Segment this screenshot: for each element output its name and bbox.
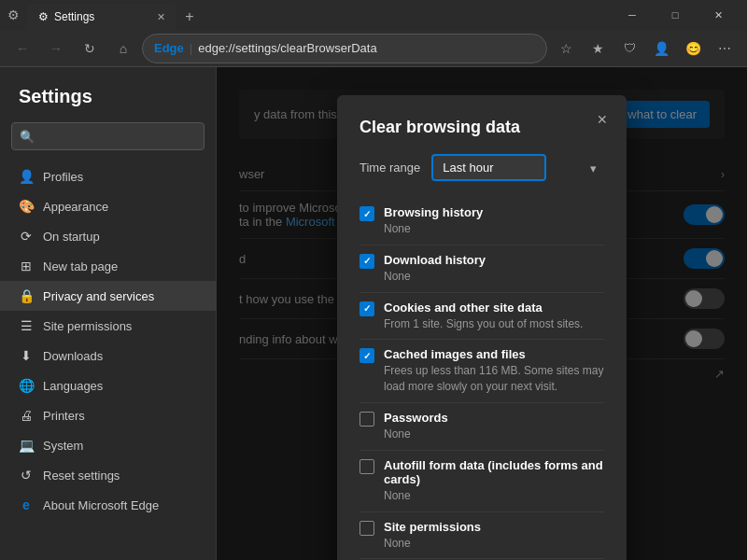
download-history-content: Download history None [384,253,486,285]
toolbar-right: ☆ ★ 🛡 👤 😊 ⋯ [551,34,740,63]
sidebar-item-privacy[interactable]: 🔒 Privacy and services [0,281,216,311]
favorites-icon[interactable]: ☆ [551,34,581,63]
appearance-icon: 🎨 [19,199,34,214]
modal-title: Clear browsing data [359,118,604,137]
edge-logo-icon: Edge [154,41,184,55]
address-text: edge://settings/clearBrowserData [198,41,535,55]
time-range-row: Time range Last hour Last 24 hours Last … [359,154,604,181]
time-range-label: Time range [359,161,420,175]
download-history-checkbox[interactable] [359,254,374,269]
checkbox-passwords: Passwords None [359,403,604,451]
startup-icon: ⟳ [19,229,34,244]
sidebar-item-site-permissions[interactable]: ☰ Site permissions [0,311,216,341]
tab-icon: ⚙ [38,10,49,23]
autofill-title: Autofill form data (includes forms and c… [384,458,604,486]
profiles-icon: 👤 [19,169,34,184]
tab-area: ⚙ Settings ✕ + [27,0,603,30]
emoji-icon[interactable]: 😊 [678,34,708,63]
sidebar-item-reset[interactable]: ↺ Reset settings [0,460,216,490]
sidebar-title: Settings [0,78,216,122]
forward-button[interactable]: → [41,34,71,63]
checkbox-cached: Cached images and files Frees up less th… [359,340,604,403]
sidebar-item-printers[interactable]: 🖨 Printers [0,400,216,430]
checkbox-autofill: Autofill form data (includes forms and c… [359,451,604,512]
more-menu-button[interactable]: ⋯ [710,34,740,63]
sidebar-item-system[interactable]: 💻 System [0,430,216,460]
window-icon: ⚙ [7,7,20,22]
sidebar-item-new-tab[interactable]: ⊞ New tab page [0,251,216,281]
modal-close-button[interactable]: ✕ [589,106,615,133]
autofill-checkbox[interactable] [359,459,374,474]
sidebar-item-privacy-label: Privacy and services [43,289,154,303]
reset-icon: ↺ [19,468,34,483]
back-button[interactable]: ← [7,34,37,63]
sidebar-item-about[interactable]: e About Microsoft Edge [0,490,216,520]
passwords-title: Passwords [384,411,448,425]
sidebar-item-about-label: About Microsoft Edge [43,498,159,512]
checkbox-download-history: Download history None [359,245,604,293]
tab-close-button[interactable]: ✕ [157,11,165,23]
sidebar-search[interactable]: 🔍 [11,122,204,150]
sidebar-item-reset-label: Reset settings [43,469,120,483]
printers-icon: 🖨 [19,408,34,423]
checkbox-browsing-history: Browsing history None [359,198,604,245]
cookies-content: Cookies and other site data From 1 site.… [384,301,583,332]
sidebar-item-profiles[interactable]: 👤 Profiles [0,161,216,191]
close-button[interactable]: ✕ [697,0,740,30]
sidebar-item-appearance-label: Appearance [43,200,108,214]
content-area: y data from this profile will be deleted… [217,67,747,560]
modal-overlay: Clear browsing data ✕ Time range Last ho… [217,67,747,560]
sidebar-item-downloads-label: Downloads [43,349,103,363]
maximize-button[interactable]: □ [654,0,697,30]
sidebar-item-languages-label: Languages [43,379,103,393]
cookies-desc: From 1 site. Signs you out of most sites… [384,316,583,332]
sidebar-item-profiles-label: Profiles [43,170,83,184]
system-icon: 💻 [19,438,34,453]
toolbar: ← → ↻ ⌂ Edge | edge://settings/clearBrow… [0,30,747,67]
browser-essentials-icon[interactable]: 🛡 [614,34,644,63]
clear-browsing-data-modal: Clear browsing data ✕ Time range Last ho… [337,95,627,560]
sidebar-item-siteperm-label: Site permissions [43,319,132,333]
cookies-title: Cookies and other site data [384,301,583,315]
sidebar-item-startup-label: On startup [43,230,100,244]
site-permissions-icon: ☰ [19,318,34,333]
browsing-history-content: Browsing history None [384,205,483,237]
search-icon: 🔍 [20,130,35,144]
passwords-content: Passwords None [384,411,448,442]
minimize-button[interactable]: ─ [611,0,654,30]
languages-icon: 🌐 [19,378,34,393]
autofill-desc: None [384,488,604,504]
account-button[interactable]: 👤 [646,34,676,63]
window-controls: ─ □ ✕ [611,0,740,30]
sidebar-item-downloads[interactable]: ⬇ Downloads [0,341,216,371]
home-button[interactable]: ⌂ [108,34,138,63]
refresh-button[interactable]: ↻ [75,34,105,63]
sidebar-item-appearance[interactable]: 🎨 Appearance [0,191,216,221]
cached-content: Cached images and files Frees up less th… [384,347,604,395]
browsing-history-checkbox[interactable] [359,206,374,221]
site-permissions-checkbox[interactable] [359,521,374,536]
new-tab-button[interactable]: + [176,4,203,30]
downloads-icon: ⬇ [19,348,34,363]
checkbox-cookies: Cookies and other site data From 1 site.… [359,293,604,341]
browsing-history-title: Browsing history [384,205,483,219]
time-range-select-wrapper[interactable]: Last hour Last 24 hours Last 7 days Last… [431,154,604,181]
edge-icon: e [19,497,34,512]
passwords-desc: None [384,427,448,442]
address-bar[interactable]: Edge | edge://settings/clearBrowserData [142,34,547,63]
cached-checkbox[interactable] [359,348,374,363]
site-permissions-title: Site permissions [384,520,481,534]
checkbox-site-permissions: Site permissions None [359,512,604,560]
sidebar-item-printers-label: Printers [43,409,85,423]
sidebar-item-system-label: System [43,439,83,453]
cookies-checkbox[interactable] [359,301,374,316]
settings-tab[interactable]: ⚙ Settings ✕ [27,4,176,30]
cached-title: Cached images and files [384,347,604,361]
sidebar: Settings 🔍 👤 Profiles 🎨 Appearance ⟳ On … [0,67,217,560]
passwords-checkbox[interactable] [359,412,374,427]
collections-icon[interactable]: ★ [583,34,613,63]
sidebar-item-on-startup[interactable]: ⟳ On startup [0,221,216,251]
sidebar-item-languages[interactable]: 🌐 Languages [0,371,216,400]
cached-desc: Frees up less than 116 MB. Some sites ma… [384,363,604,395]
time-range-select[interactable]: Last hour Last 24 hours Last 7 days Last… [431,154,546,181]
